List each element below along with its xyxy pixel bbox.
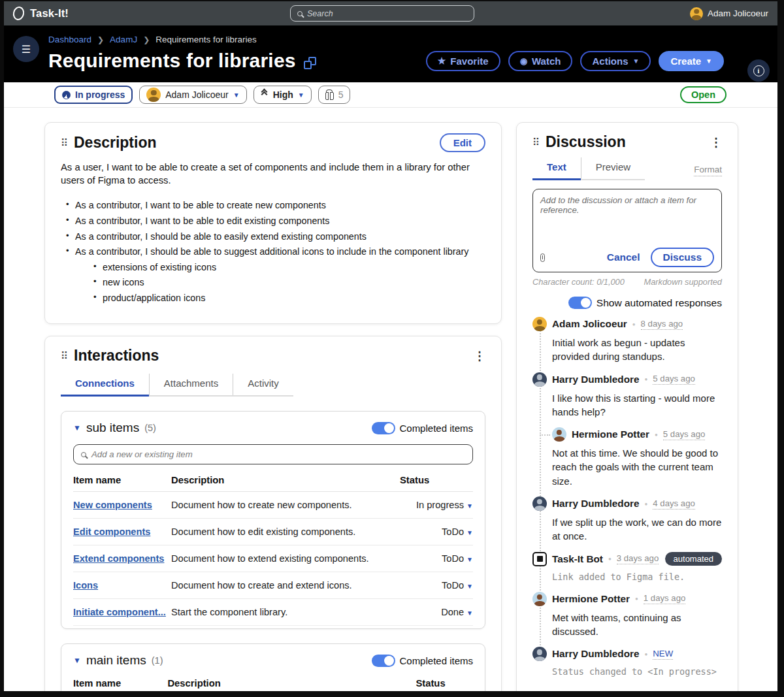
- comment-composer[interactable]: Add to the discussion or attach a item f…: [532, 189, 722, 272]
- item-status-dropdown[interactable]: Done ▼: [400, 599, 473, 626]
- item-status-dropdown[interactable]: ToDo ▼: [400, 519, 473, 545]
- description-sub-list: extensions of existing iconsnew iconspro…: [93, 259, 485, 306]
- search-placeholder: Search: [307, 9, 333, 18]
- description-bullet: As a contributor, I want to be able to c…: [66, 197, 485, 213]
- bot-chip-icon: [532, 552, 547, 566]
- item-link[interactable]: Icons: [73, 580, 98, 591]
- completed-items-label: Completed items: [399, 423, 473, 434]
- completed-items-label: Completed items: [399, 655, 473, 666]
- comment-thread: Adam Jolicoeur●8 days agoInitial work as…: [532, 317, 722, 679]
- priority-dropdown[interactable]: High ▼: [253, 86, 312, 104]
- table-row: Edit componentsDocument how to edit exis…: [73, 519, 473, 545]
- discussion-title: Discussion: [546, 133, 626, 151]
- favorite-button[interactable]: ★ Favorite: [426, 51, 500, 71]
- comment-timestamp[interactable]: 4 days ago: [653, 498, 695, 510]
- top-app-bar: Task-It! Search Adam Jolicoeur: [4, 1, 777, 25]
- completed-items-toggle[interactable]: [372, 422, 395, 434]
- interactions-tab-attachments[interactable]: Attachments: [149, 374, 233, 395]
- table-row: IconsDocument how to create and extend i…: [73, 572, 473, 599]
- item-description: Document how to create and extend icons.: [171, 572, 400, 599]
- breadcrumb-adamj[interactable]: AdamJ: [110, 35, 137, 44]
- copy-icon[interactable]: [304, 57, 316, 69]
- item-group-sub-items: ▼sub items (5)Completed itemsAdd a new o…: [61, 411, 485, 629]
- comment-timestamp[interactable]: 5 days ago: [653, 374, 695, 385]
- format-link[interactable]: Format: [694, 165, 722, 176]
- comment-timestamp[interactable]: 8 days ago: [641, 319, 683, 330]
- item-link[interactable]: Edit components: [73, 527, 150, 537]
- comment-new-badge[interactable]: NEW: [653, 649, 673, 660]
- kebab-menu-icon[interactable]: ⋮: [710, 137, 722, 148]
- table-row: New componentsDocument how to create new…: [73, 492, 473, 519]
- drag-handle-icon[interactable]: ⠿: [532, 137, 539, 148]
- item-description: Document how to extend existing componen…: [171, 545, 400, 572]
- avatar: [690, 7, 703, 20]
- interactions-tab-activity[interactable]: Activity: [233, 374, 293, 395]
- info-button[interactable]: i: [747, 59, 770, 82]
- status-pill[interactable]: In progress: [54, 86, 133, 104]
- points-pill[interactable]: 5: [318, 86, 351, 104]
- automated-badge: automated: [665, 552, 722, 566]
- discussion-tab-preview[interactable]: Preview: [581, 157, 645, 179]
- app-logo-icon: [12, 5, 26, 21]
- add-item-placeholder: Add a new or existing item: [91, 449, 193, 459]
- item-description: Document how to edit existing components…: [171, 519, 400, 545]
- discussion-tab-text[interactable]: Text: [532, 157, 581, 179]
- search-input[interactable]: Search: [290, 5, 474, 22]
- markdown-note: Markdown supported: [644, 277, 722, 287]
- show-automated-toggle[interactable]: [568, 297, 592, 309]
- discuss-button[interactable]: Discuss: [651, 248, 714, 267]
- description-bullet: As a contributor, I should be able to su…: [66, 244, 485, 306]
- brand[interactable]: Task-It!: [13, 7, 69, 20]
- star-icon: ★: [438, 56, 446, 66]
- interactions-tab-connections[interactable]: Connections: [61, 374, 149, 395]
- group-count: (1): [152, 655, 163, 666]
- search-icon: [297, 11, 302, 16]
- comment-author: Hermione Potter: [552, 593, 630, 605]
- discussion-tabs: TextPreview: [532, 157, 645, 180]
- item-status-dropdown[interactable]: ToDo ▼: [400, 572, 473, 599]
- watch-button[interactable]: ◉ Watch: [508, 51, 573, 71]
- column-header: Item name: [73, 468, 171, 492]
- completed-items-toggle[interactable]: [372, 655, 395, 667]
- show-automated-label: Show automated responses: [596, 297, 722, 309]
- comment-author: Adam Jolicoeur: [552, 318, 627, 330]
- comment-timestamp[interactable]: 5 days ago: [663, 429, 706, 440]
- create-dropdown-button[interactable]: Create ▼: [659, 51, 724, 71]
- avatar: [532, 496, 547, 511]
- item-status-dropdown[interactable]: ToDo ▼: [400, 545, 473, 572]
- interactions-tabs: ConnectionsAttachmentsActivity: [61, 374, 293, 397]
- description-title: Description: [74, 134, 157, 152]
- dot-separator-icon: ●: [655, 432, 658, 438]
- edit-button[interactable]: Edit: [440, 133, 485, 152]
- paperclip-icon[interactable]: [540, 253, 545, 262]
- user-menu[interactable]: Adam Jolicoeur: [690, 7, 768, 20]
- assignee-dropdown[interactable]: Adam Jolicoeur ▼: [139, 86, 246, 104]
- items-table: Item nameDescriptionStatusFigma designsC…: [73, 672, 473, 697]
- collapse-triangle-icon[interactable]: ▼: [73, 656, 81, 665]
- watch-icon: ◉: [520, 56, 527, 66]
- dot-separator-icon: ●: [644, 651, 647, 657]
- comment-timestamp[interactable]: 3 days ago: [617, 553, 659, 564]
- add-item-input[interactable]: Add a new or existing item: [73, 444, 473, 464]
- composer-placeholder: Add to the discussion or attach a item f…: [540, 195, 714, 215]
- avatar: [532, 647, 547, 661]
- item-link[interactable]: New components: [73, 500, 152, 510]
- avatar: [532, 372, 547, 387]
- drag-handle-icon[interactable]: ⠿: [61, 350, 67, 362]
- item-status-dropdown[interactable]: In progress ▼: [400, 492, 473, 519]
- hamburger-menu-button[interactable]: ☰: [13, 36, 39, 62]
- item-link[interactable]: Extend components: [73, 553, 164, 564]
- item-link[interactable]: Initiate component...: [73, 607, 166, 617]
- comment-timestamp[interactable]: 1 days ago: [644, 593, 686, 604]
- collapse-triangle-icon[interactable]: ▼: [73, 423, 81, 432]
- dot-separator-icon: ●: [632, 321, 636, 327]
- chevron-right-icon: ❯: [97, 35, 104, 44]
- actions-dropdown-button[interactable]: Actions ▼: [580, 51, 651, 71]
- breadcrumb-dashboard[interactable]: Dashboard: [48, 35, 91, 44]
- cancel-button[interactable]: Cancel: [607, 251, 640, 263]
- dot-separator-icon: ●: [644, 501, 647, 507]
- page-header: ☰ i Dashboard ❯ AdamJ ❯ Requirements for…: [4, 25, 777, 82]
- drag-handle-icon[interactable]: ⠿: [61, 137, 67, 149]
- table-row: Extend componentsDocument how to extend …: [73, 545, 473, 572]
- kebab-menu-icon[interactable]: ⋮: [474, 350, 485, 362]
